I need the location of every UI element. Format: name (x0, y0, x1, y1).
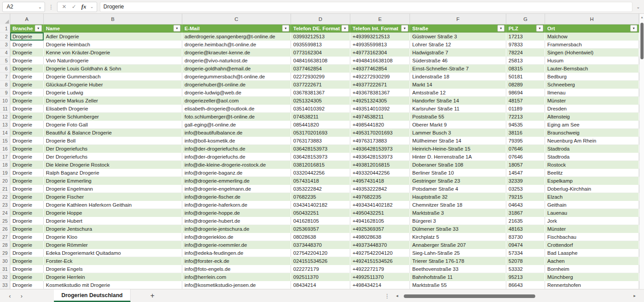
cell-H29[interactable]: Bad Laasphe (545, 249, 639, 257)
cell-D5[interactable]: 048416638108 (291, 57, 350, 65)
filter-button-tel-int[interactable]: ▼ (401, 25, 408, 32)
cell-A7[interactable]: Drogerie (10, 73, 44, 81)
cell-C12[interactable]: foto.schlumberger@t-online.de (182, 113, 291, 121)
cell-G15[interactable]: 79395 (506, 137, 545, 145)
cell-G17[interactable]: 07646 (506, 153, 545, 161)
cell-D16[interactable]: 036428153973 (291, 145, 350, 153)
cell-E24[interactable]: +4950432251 (350, 209, 410, 217)
cell-A24[interactable]: Drogerie (10, 209, 44, 217)
cell-G32[interactable]: 95213 (506, 273, 545, 281)
cell-E32[interactable]: +4992511370 (350, 273, 410, 281)
column-header-A[interactable]: A (10, 14, 44, 24)
cell-D11[interactable]: 03514010392 (291, 105, 350, 113)
cell-D15[interactable]: 0763173883 (291, 137, 350, 145)
vertical-scrollbar[interactable]: ▲ (639, 14, 644, 289)
cell-F21[interactable]: Potsdamer Straße 4 (410, 185, 506, 193)
cell-A5[interactable]: Drogerie (10, 57, 44, 65)
cell-B3[interactable]: Drogerie Heimbach (44, 41, 182, 49)
formula-input[interactable]: Drogerie (100, 2, 632, 12)
cell-C18[interactable]: info@die-kleine-drogerie-rostock.de (182, 161, 291, 169)
select-all-corner[interactable] (0, 14, 10, 24)
cell-G29[interactable]: 57334 (506, 249, 545, 257)
cell-C33[interactable]: info@kosmetikstudio-jensen.de (182, 281, 291, 289)
cell-E9[interactable]: +493678381367 (350, 89, 410, 97)
cell-C3[interactable]: drogerie.heimbach@t-online.de (182, 41, 291, 49)
cell-D4[interactable]: 0773162304 (291, 49, 350, 57)
cell-G14[interactable]: 38116 (506, 129, 545, 137)
table-header-ort[interactable]: Ort▼ (545, 24, 639, 33)
cell-G23[interactable]: 04643 (506, 201, 545, 209)
cell-C14[interactable]: info@beautifulbalance.de (182, 129, 291, 137)
column-header-G[interactable]: G (506, 14, 545, 24)
cell-C25[interactable]: info@drogerie-hubert.de (182, 217, 291, 225)
row-number-21[interactable]: 21 (0, 185, 10, 193)
name-box-chevron-icon[interactable]: ⌄ (38, 4, 42, 9)
cell-G27[interactable]: 83730 (506, 233, 545, 241)
cell-G5[interactable]: 25813 (506, 57, 545, 65)
cell-E3[interactable]: +49935599813 (350, 41, 410, 49)
cell-G4[interactable]: 78224 (506, 49, 545, 57)
cell-D22[interactable]: 07682235 (291, 193, 350, 201)
cell-A25[interactable]: Drogerie (10, 217, 44, 225)
cell-C5[interactable]: drogerie@vivo-naturkost.de (182, 57, 291, 65)
cell-F3[interactable]: Lohrer Straße 12 (410, 41, 506, 49)
cell-A10[interactable]: Drogerie (10, 97, 44, 105)
cell-G33[interactable]: 86643 (506, 281, 545, 289)
cell-D29[interactable]: 027542204120 (291, 249, 350, 257)
cell-E33[interactable]: +498434214 (350, 281, 410, 289)
cell-H27[interactable]: Fischbachau (545, 233, 639, 241)
cell-H8[interactable]: Schneeberg (545, 81, 639, 89)
cell-B12[interactable]: Drogerie Schlumberger (44, 113, 182, 121)
horizontal-scrollbar[interactable]: ◄ ► (394, 290, 638, 302)
scroll-up-icon[interactable]: ▲ (640, 14, 644, 20)
cell-A9[interactable]: Drogerie (10, 89, 44, 97)
cell-A32[interactable]: Drogerie (10, 273, 44, 281)
cell-C2[interactable]: adlerdrogerie.spangenberg@t-online.de (182, 33, 291, 41)
cell-A12[interactable]: Drogerie (10, 113, 44, 121)
cell-B11[interactable]: Elisabeth Drogerie (44, 105, 182, 113)
cell-E22[interactable]: +497682235 (350, 193, 410, 201)
cell-D13[interactable]: 085441820 (291, 121, 350, 129)
cell-H2[interactable]: Malchow (545, 33, 639, 41)
cell-F31[interactable]: Beethovenstraße 33 (410, 265, 506, 273)
cell-D7[interactable]: 02272930299 (291, 73, 350, 81)
row-number-28[interactable]: 28 (0, 241, 10, 249)
cell-A14[interactable]: Drogerie (10, 129, 44, 137)
cell-B9[interactable]: Drogerie Ludwig (44, 89, 182, 97)
cell-H16[interactable]: Stadtroda (545, 145, 639, 153)
cell-E2[interactable]: +493993212513 (350, 33, 410, 41)
row-number-12[interactable]: 12 (0, 113, 10, 121)
horizontal-scroll-thumb[interactable] (404, 294, 535, 298)
cell-C7[interactable]: drogeriegummersbach@t-online.de (182, 73, 291, 81)
cell-H4[interactable]: Singen (Hohentwiel) (545, 49, 639, 57)
row-number-23[interactable]: 23 (0, 201, 10, 209)
cell-F30[interactable]: Trierer Straße 176-178 (410, 257, 506, 265)
table-header-email[interactable]: E-Mail▼ (182, 24, 291, 33)
cell-D30[interactable]: 024151534526 (291, 257, 350, 265)
cell-B4[interactable]: Kenne von Kräuter-Drogerie (44, 49, 182, 57)
sheet-tab-drogerien-deutschland[interactable]: Drogerien Deutschland (54, 290, 131, 302)
cell-F25[interactable]: Bürgerei 3 (410, 217, 506, 225)
cell-H22[interactable]: Elzach (545, 193, 639, 201)
cell-A22[interactable]: Drogerie (10, 193, 44, 201)
cell-G12[interactable]: 72213 (506, 113, 545, 121)
cell-D32[interactable]: 092511370 (291, 273, 350, 281)
cell-C8[interactable]: drogeriehuber@t-online.de (182, 81, 291, 89)
cell-B31[interactable]: Drogerie Engels (44, 265, 182, 273)
cell-A13[interactable]: Drogerie (10, 121, 44, 129)
cell-E16[interactable]: +4936428153973 (350, 145, 410, 153)
cell-D26[interactable]: 025369357 (291, 225, 350, 233)
cell-H26[interactable]: Münster (545, 225, 639, 233)
row-number-2[interactable]: 2 (0, 33, 10, 41)
table-header-branche[interactable]: Branche▼ (10, 24, 44, 33)
row-number-27[interactable]: 27 (0, 233, 10, 241)
cell-A26[interactable]: Drogerie (10, 225, 44, 233)
table-header-tel-de[interactable]: Telefon DE. Format▼ (291, 24, 350, 33)
cell-F22[interactable]: Hauptstraße 32 (410, 193, 506, 201)
cell-H11[interactable]: Dresden (545, 105, 639, 113)
sheet-bar-kebab-icon[interactable]: ⋮ (384, 290, 390, 302)
cell-E7[interactable]: +492272930299 (350, 73, 410, 81)
cell-E21[interactable]: +49353222842 (350, 185, 410, 193)
cell-C30[interactable]: info@forster-eck.de (182, 257, 291, 265)
cell-D14[interactable]: 053170201693 (291, 129, 350, 137)
